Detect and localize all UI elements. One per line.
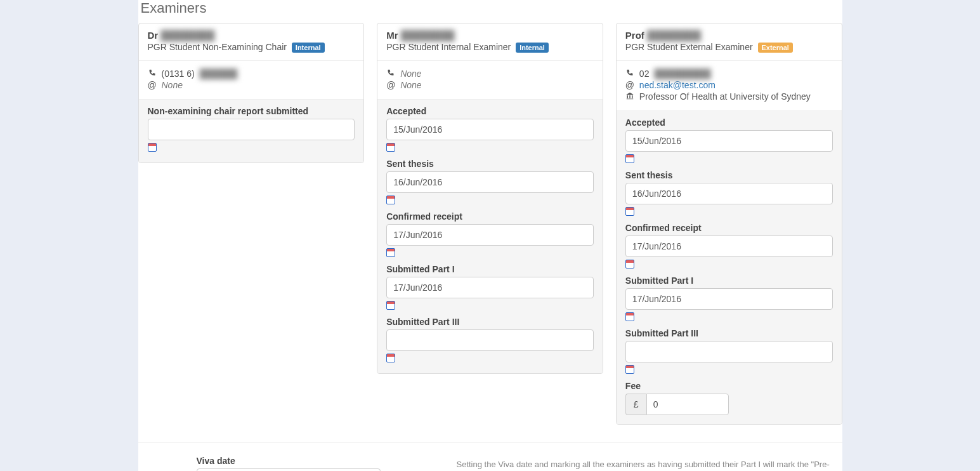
viva-help-text: Setting the Viva date and marking all th…	[457, 456, 840, 471]
examiner-contact: (0131 6)██████ @ None	[139, 61, 364, 100]
calendar-icon[interactable]	[386, 196, 395, 204]
field-label: Sent thesis	[625, 170, 833, 180]
viva-date-input[interactable]	[197, 468, 381, 471]
phone-icon	[625, 69, 634, 79]
badge-external: External	[758, 43, 793, 53]
affiliation-text: Professor Of Health at University of Syd…	[639, 91, 811, 102]
phone-redacted: █████████	[654, 69, 710, 79]
field-label: Confirmed receipt	[386, 211, 594, 222]
calendar-icon[interactable]	[625, 207, 634, 216]
examiner-role: PGR Student Non-Examining Chair	[148, 42, 287, 52]
field-label: Accepted	[625, 117, 833, 128]
date-input[interactable]	[386, 329, 594, 351]
divider	[138, 442, 842, 443]
phone-prefix: 02	[639, 69, 650, 79]
field-label: Submitted Part III	[625, 328, 833, 338]
at-icon: @	[386, 80, 395, 90]
at-icon: @	[148, 80, 157, 90]
phone-redacted: ██████	[200, 69, 238, 79]
calendar-icon[interactable]	[148, 143, 157, 152]
date-input[interactable]	[386, 119, 594, 140]
email-none: None	[162, 80, 183, 90]
calendar-icon[interactable]	[386, 301, 395, 310]
examiner-title-prefix: Prof	[625, 30, 644, 41]
examiner-card: Dr ████████ PGR Student Non-Examining Ch…	[138, 23, 365, 163]
field-label: Submitted Part III	[386, 317, 594, 327]
date-input[interactable]	[625, 236, 833, 257]
examiner-name-redacted: ████████	[647, 30, 701, 41]
email-none: None	[400, 80, 421, 90]
examiner-body: Accepted Sent thesis Confirmed receipt	[617, 111, 842, 424]
badge-internal: Internal	[292, 43, 325, 53]
examiner-role: PGR Student Internal Examiner	[386, 42, 511, 52]
viva-row: Viva date Setting the Viva date and mark…	[138, 456, 842, 471]
field-label: Confirmed receipt	[625, 223, 833, 233]
date-input[interactable]	[625, 183, 833, 204]
email-link[interactable]: ned.stak@test.com	[639, 80, 715, 90]
examiner-header: Dr ████████ PGR Student Non-Examining Ch…	[139, 23, 364, 61]
section-title: Examiners	[141, 0, 842, 17]
field-label: Submitted Part I	[386, 264, 594, 274]
viva-date-label: Viva date	[197, 456, 438, 466]
at-icon: @	[625, 80, 634, 90]
date-input[interactable]	[386, 224, 594, 246]
examiner-contact: 02█████████ @ ned.stak@test.com Professo…	[617, 61, 842, 111]
field-label: Accepted	[386, 106, 594, 116]
examiner-card: Prof ████████ PGR Student External Exami…	[616, 23, 842, 425]
date-input[interactable]	[386, 277, 594, 298]
phone-none: None	[400, 69, 421, 79]
field-label: Non-examining chair report submitted	[148, 106, 355, 116]
examiners-row: Dr ████████ PGR Student Non-Examining Ch…	[138, 23, 842, 425]
examiner-title-prefix: Mr	[386, 30, 398, 41]
date-input[interactable]	[386, 171, 594, 193]
badge-internal: Internal	[516, 43, 549, 53]
examiner-header: Prof ████████ PGR Student External Exami…	[617, 23, 842, 61]
phone-prefix: (0131 6)	[162, 69, 195, 79]
date-input[interactable]	[625, 130, 833, 152]
examiner-role: PGR Student External Examiner	[625, 42, 753, 52]
date-input[interactable]	[625, 341, 833, 362]
field-label: Fee	[625, 381, 833, 391]
examiner-card: Mr ████████ PGR Student Internal Examine…	[377, 23, 603, 374]
phone-icon	[386, 69, 395, 79]
calendar-icon[interactable]	[625, 365, 634, 374]
calendar-icon[interactable]	[625, 312, 634, 321]
examiner-name-redacted: ████████	[160, 30, 214, 41]
examiner-name-redacted: ████████	[401, 30, 455, 41]
examiner-body: Accepted Sent thesis Confirmed receipt	[377, 100, 603, 373]
examiner-title-prefix: Dr	[148, 30, 159, 41]
examiner-body: Non-examining chair report submitted	[139, 100, 364, 163]
fee-input[interactable]	[646, 394, 729, 415]
calendar-icon[interactable]	[625, 154, 634, 163]
currency-addon: £	[625, 394, 646, 415]
calendar-icon[interactable]	[386, 248, 395, 257]
institution-icon	[625, 91, 634, 102]
field-label: Submitted Part I	[625, 275, 833, 286]
calendar-icon[interactable]	[625, 260, 634, 269]
examiner-header: Mr ████████ PGR Student Internal Examine…	[377, 23, 603, 61]
date-input[interactable]	[625, 288, 833, 310]
examiner-contact: None @ None	[377, 61, 603, 100]
phone-icon	[148, 69, 157, 79]
calendar-icon[interactable]	[386, 143, 395, 152]
date-input[interactable]	[148, 119, 355, 140]
calendar-icon[interactable]	[386, 354, 395, 362]
field-label: Sent thesis	[386, 159, 594, 169]
